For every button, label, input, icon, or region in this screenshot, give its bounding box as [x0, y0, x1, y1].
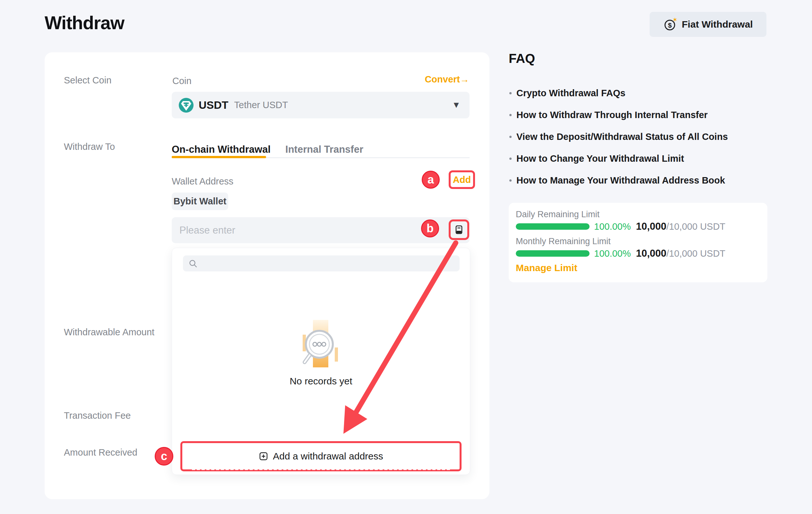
monthly-limit-value: 10,000	[636, 248, 667, 259]
amount-received-label: Amount Received	[64, 447, 137, 458]
withdrawal-limits-card: Daily Remaining Limit 100.00% 10,000 /10…	[509, 203, 767, 282]
annotation-badge-b: b	[421, 219, 439, 237]
withdraw-tabs: On-chain Withdrawal Internal Transfer	[172, 143, 363, 156]
address-dropdown-panel: No records yet Add a withdrawal address	[172, 248, 470, 475]
usdt-coin-icon	[179, 98, 194, 113]
monthly-limit-total: /10,000 USDT	[666, 248, 725, 259]
convert-arrow-icon: →	[460, 74, 469, 84]
address-search-input[interactable]	[183, 255, 460, 271]
no-records-illustration	[290, 319, 351, 370]
withdraw-page: Withdraw $ ✶ Fiat Withdrawal Select Coin…	[0, 0, 812, 514]
coin-select[interactable]: USDT Tether USDT ▼	[172, 92, 469, 118]
address-book-icon	[454, 224, 464, 235]
bybit-wallet-chip[interactable]: Bybit Wallet	[172, 192, 228, 210]
fiat-withdrawal-button[interactable]: $ ✶ Fiat Withdrawal	[649, 12, 766, 37]
transaction-fee-label: Transaction Fee	[64, 410, 130, 421]
monthly-limit-label: Monthly Remaining Limit	[516, 237, 611, 246]
svg-text:$: $	[668, 22, 672, 29]
faq-link-manage-address-book[interactable]: How to Manage Your Withdrawal Address Bo…	[509, 170, 791, 191]
monthly-limit-progressbar	[516, 250, 589, 257]
search-icon	[189, 259, 198, 268]
add-withdrawal-address-button[interactable]: Add a withdrawal address	[180, 441, 462, 471]
coin-name: Tether USDT	[234, 100, 288, 110]
faq-link-change-withdrawal-limit[interactable]: How to Change Your Withdrawal Limit	[509, 148, 791, 170]
add-address-link[interactable]: Add	[449, 170, 475, 189]
svg-text:✶: ✶	[672, 17, 677, 23]
monthly-limit-percent: 100.00%	[594, 248, 631, 259]
faq-link-deposit-withdrawal-status[interactable]: View the Deposit/Withdrawal Status of Al…	[509, 126, 791, 148]
address-book-button[interactable]	[449, 219, 469, 240]
daily-limit-progressbar	[516, 223, 589, 230]
withdraw-to-label: Withdraw To	[64, 141, 115, 152]
annotation-badge-c: c	[155, 447, 173, 465]
faq-link-crypto-withdrawal-faqs[interactable]: Crypto Withdrawal FAQs	[509, 82, 791, 104]
coin-label: Coin	[172, 75, 192, 87]
fiat-coin-icon: $ ✶	[663, 17, 677, 32]
no-records-text: No records yet	[172, 376, 470, 387]
manage-limit-link[interactable]: Manage Limit	[516, 263, 577, 273]
daily-limit-value: 10,000	[636, 221, 667, 232]
tab-onchain-withdrawal[interactable]: On-chain Withdrawal	[172, 143, 270, 156]
wallet-address-label: Wallet Address	[172, 176, 233, 187]
withdrawable-amount-label: Withdrawable Amount	[64, 326, 154, 338]
daily-limit-label: Daily Remaining Limit	[516, 210, 600, 219]
chevron-down-icon: ▼	[452, 100, 461, 110]
page-title: Withdraw	[45, 12, 124, 33]
faq-link-internal-transfer[interactable]: How to Withdraw Through Internal Transfe…	[509, 104, 791, 126]
convert-link[interactable]: Convert→	[425, 74, 469, 85]
select-coin-label: Select Coin	[64, 74, 111, 86]
coin-symbol: USDT	[199, 99, 229, 111]
plus-square-icon	[259, 451, 268, 461]
fiat-withdrawal-label: Fiat Withdrawal	[682, 19, 753, 30]
daily-limit-total: /10,000 USDT	[666, 221, 725, 232]
daily-limit-percent: 100.00%	[594, 221, 631, 232]
withdraw-card: Select Coin Coin Convert→ USDT Tether US…	[45, 52, 489, 499]
faq-title: FAQ	[509, 51, 535, 66]
tab-internal-transfer[interactable]: Internal Transfer	[285, 143, 363, 156]
dashed-separator	[192, 468, 450, 470]
faq-list: Crypto Withdrawal FAQs How to Withdraw T…	[509, 82, 791, 191]
active-tab-underline	[172, 156, 266, 158]
annotation-badge-a: a	[422, 171, 440, 189]
